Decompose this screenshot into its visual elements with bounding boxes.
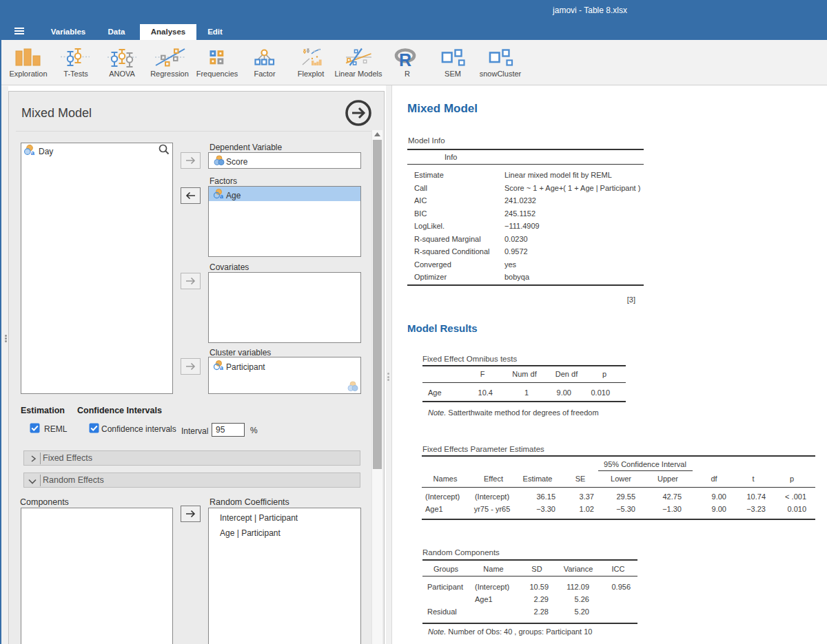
svg-text:a: a: [220, 364, 223, 371]
svg-text:a: a: [31, 149, 34, 156]
svg-text:a: a: [220, 193, 223, 199]
svg-text:R: R: [399, 50, 411, 70]
